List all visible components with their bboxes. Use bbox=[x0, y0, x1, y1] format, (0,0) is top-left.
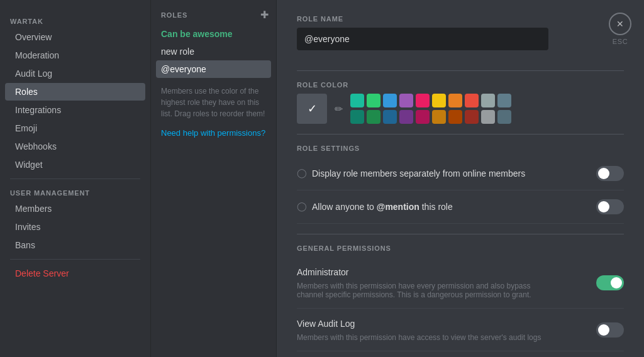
divider-1 bbox=[297, 70, 624, 71]
sidebar-item-delete-server[interactable]: Delete Server bbox=[5, 265, 145, 282]
sidebar-item-integrations[interactable]: Integrations bbox=[5, 101, 145, 119]
mention-text: Allow anyone to @mention this role bbox=[312, 200, 453, 214]
esc-label: ESC bbox=[613, 38, 628, 45]
sidebar-item-webhooks[interactable]: Webhooks bbox=[5, 138, 145, 155]
view-audit-log-label-wrap: View Audit Log Members with this permiss… bbox=[297, 317, 541, 342]
view-audit-log-row: View Audit Log Members with this permiss… bbox=[297, 309, 624, 351]
color-swatch[interactable] bbox=[465, 94, 479, 107]
sidebar-item-audit-log[interactable]: Audit Log bbox=[5, 65, 145, 82]
sidebar-divider bbox=[10, 178, 140, 179]
sidebar-item-moderation[interactable]: Moderation bbox=[5, 47, 145, 64]
color-swatch[interactable] bbox=[497, 94, 511, 107]
toggle-knob-3 bbox=[611, 277, 622, 288]
sidebar-item-widget[interactable]: Widget bbox=[5, 156, 145, 173]
color-row: ✓ ✏ bbox=[297, 94, 624, 124]
color-swatch[interactable] bbox=[350, 94, 364, 107]
roles-panel: ROLES ✚ Can be awesome new role @everyon… bbox=[151, 0, 277, 357]
main-content: ✕ ESC ROLE NAME ROLE COLOR ✓ ✏ ROLE SETT… bbox=[277, 0, 644, 357]
sidebar-item-overview[interactable]: Overview bbox=[5, 28, 145, 46]
add-role-button[interactable]: ✚ bbox=[260, 10, 269, 20]
mention-icon: ◯ bbox=[297, 201, 307, 211]
toggle-knob bbox=[598, 168, 609, 179]
color-swatch[interactable] bbox=[448, 94, 462, 107]
role-color-section: ROLE COLOR ✓ ✏ bbox=[297, 81, 624, 124]
view-audit-log-toggle[interactable] bbox=[596, 322, 624, 338]
toggle-knob-2 bbox=[598, 201, 609, 212]
color-swatch[interactable] bbox=[383, 94, 397, 107]
role-name-input[interactable] bbox=[297, 28, 548, 50]
sidebar: WARTAK Overview Moderation Audit Log Rol… bbox=[0, 0, 151, 357]
role-item-new-role[interactable]: new role bbox=[151, 43, 276, 60]
sidebar-divider-2 bbox=[10, 259, 140, 260]
color-swatch[interactable] bbox=[367, 110, 380, 124]
roles-section-label: ROLES bbox=[161, 11, 187, 19]
toggle-knob-4 bbox=[598, 324, 609, 336]
color-swatch[interactable] bbox=[383, 110, 397, 124]
sidebar-item-members[interactable]: Members bbox=[5, 200, 145, 217]
roles-help-link[interactable]: Need help with permissions? bbox=[151, 126, 275, 140]
color-swatch[interactable] bbox=[416, 94, 430, 107]
color-swatch[interactable] bbox=[399, 94, 413, 107]
display-icon: ◯ bbox=[297, 168, 307, 178]
role-settings-label: ROLE SETTINGS bbox=[297, 145, 624, 152]
roles-header: ROLES ✚ bbox=[151, 10, 276, 25]
administrator-toggle[interactable] bbox=[596, 275, 624, 290]
view-audit-log-label: View Audit Log bbox=[297, 317, 541, 331]
role-item-everyone[interactable]: @everyone bbox=[156, 60, 271, 78]
general-permissions-label: GENERAL PERMISSIONS bbox=[297, 244, 624, 252]
sidebar-item-invites[interactable]: Invites bbox=[5, 218, 145, 236]
color-preview[interactable]: ✓ bbox=[297, 94, 327, 124]
esc-icon: ✕ bbox=[609, 13, 631, 35]
view-audit-log-desc: Members with this permission have access… bbox=[297, 333, 541, 342]
display-separate-row: ◯ Display role members separately from o… bbox=[297, 157, 624, 190]
color-swatch[interactable] bbox=[367, 94, 380, 107]
color-swatch[interactable] bbox=[497, 110, 511, 124]
mention-row: ◯ Allow anyone to @mention this role bbox=[297, 190, 624, 224]
divider-2 bbox=[297, 134, 624, 135]
sidebar-item-roles[interactable]: Roles bbox=[5, 83, 145, 101]
user-management-label: USER MANAGEMENT bbox=[0, 184, 150, 199]
sidebar-item-emoji[interactable]: Emoji bbox=[5, 119, 145, 137]
color-grid bbox=[350, 94, 511, 124]
color-check-icon: ✓ bbox=[308, 102, 317, 116]
display-separate-text: Display role members separately from onl… bbox=[312, 167, 525, 180]
roles-hint: Members use the color of the highest rol… bbox=[151, 78, 276, 127]
administrator-row: Administrator Members with this permissi… bbox=[297, 257, 624, 309]
color-swatch[interactable] bbox=[432, 110, 446, 124]
sidebar-item-bans[interactable]: Bans bbox=[5, 236, 145, 254]
mention-toggle[interactable] bbox=[596, 199, 624, 214]
color-swatch[interactable] bbox=[481, 94, 495, 107]
display-separate-toggle[interactable] bbox=[596, 166, 624, 181]
color-swatch[interactable] bbox=[432, 94, 446, 107]
esc-button[interactable]: ✕ ESC bbox=[609, 13, 631, 45]
eyedropper-icon[interactable]: ✏ bbox=[335, 103, 343, 115]
server-name-label: WARTAK bbox=[0, 13, 150, 28]
administrator-label: Administrator bbox=[297, 266, 558, 279]
color-swatch[interactable] bbox=[448, 110, 462, 124]
color-swatch[interactable] bbox=[350, 110, 364, 124]
divider-3 bbox=[297, 234, 624, 234]
role-name-section-label: ROLE NAME bbox=[297, 15, 624, 23]
administrator-label-wrap: Administrator Members with this permissi… bbox=[297, 266, 558, 299]
display-separate-label: ◯ Display role members separately from o… bbox=[297, 167, 525, 180]
color-swatch[interactable] bbox=[399, 110, 413, 124]
role-item-can-be-awesome[interactable]: Can be awesome bbox=[151, 25, 276, 43]
color-swatch[interactable] bbox=[416, 110, 430, 124]
mention-label: ◯ Allow anyone to @mention this role bbox=[297, 200, 453, 214]
color-swatch[interactable] bbox=[465, 110, 479, 124]
color-grid-row-1 bbox=[350, 94, 511, 107]
administrator-desc: Members with this permission have every … bbox=[297, 282, 558, 299]
color-grid-row-2 bbox=[350, 110, 511, 124]
role-color-label: ROLE COLOR bbox=[297, 81, 624, 89]
color-swatch[interactable] bbox=[481, 110, 495, 124]
